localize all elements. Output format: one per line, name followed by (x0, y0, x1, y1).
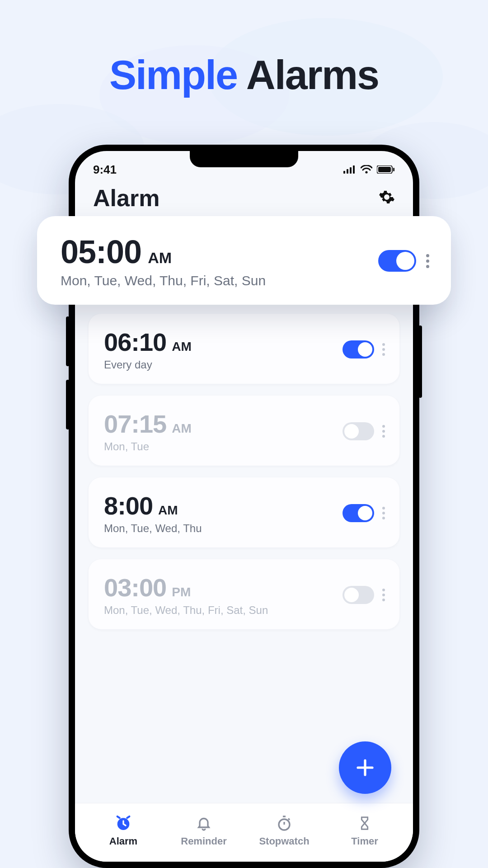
wifi-icon (361, 165, 372, 174)
alarm-days: Every day (104, 359, 343, 371)
svg-rect-6 (378, 167, 391, 172)
nav-item-stopwatch[interactable]: Stopwatch (248, 814, 320, 847)
alarm-toggle[interactable] (343, 422, 374, 440)
page-title: Alarm (93, 184, 160, 212)
notch (190, 151, 298, 167)
headline-accent: Simple (109, 52, 237, 98)
alarm-time: 07:15 (104, 409, 166, 439)
svg-rect-3 (353, 165, 355, 174)
add-alarm-button[interactable] (339, 741, 391, 794)
status-icons (343, 165, 395, 174)
plus-icon (354, 757, 376, 778)
svg-rect-7 (393, 168, 394, 171)
alarm-toggle[interactable] (343, 586, 374, 604)
alarm-ampm: AM (158, 503, 178, 518)
alarm-card-highlight[interactable]: 05:00 AM Mon, Tue, Wed, Thu, Fri, Sat, S… (37, 216, 451, 305)
svg-point-4 (365, 171, 367, 173)
svg-rect-2 (350, 167, 352, 174)
alarm-card[interactable]: 07:15 AM Mon, Tue (89, 396, 399, 466)
stopwatch-icon (276, 815, 292, 831)
alarm-time: 8:00 (104, 491, 153, 520)
alarm-days: Mon, Tue, Wed, Thu, Fri, Sat, Sun (61, 273, 378, 288)
svg-rect-1 (347, 169, 348, 174)
svg-rect-0 (343, 171, 345, 174)
nav-label: Alarm (109, 835, 137, 847)
headline-rest: Alarms (246, 52, 379, 98)
more-button[interactable] (380, 587, 387, 603)
status-time: 9:41 (93, 163, 117, 177)
nav-item-reminder[interactable]: Reminder (168, 814, 240, 847)
alarm-ampm: AM (148, 249, 172, 267)
alarm-ampm: AM (172, 421, 192, 436)
alarm-toggle[interactable] (378, 250, 416, 272)
nav-item-timer[interactable]: Timer (328, 814, 401, 847)
alarm-days: Mon, Tue, Wed, Thu (104, 522, 343, 535)
alarm-time: 05:00 (61, 233, 141, 270)
alarm-ampm: AM (172, 340, 192, 354)
battery-icon (377, 165, 395, 174)
nav-label: Timer (351, 835, 378, 847)
nav-label: Stopwatch (259, 835, 309, 847)
alarm-ampm: PM (172, 585, 191, 599)
alarm-days: Mon, Tue, Wed, Thu, Fri, Sat, Sun (104, 604, 343, 617)
nav-item-alarm[interactable]: Alarm (87, 814, 160, 847)
bell-icon (196, 815, 212, 831)
settings-button[interactable] (379, 189, 395, 207)
cellular-icon (343, 165, 356, 174)
alarm-toggle[interactable] (343, 504, 374, 522)
hourglass-icon (357, 815, 372, 831)
nav-label: Reminder (181, 835, 226, 847)
alarm-card[interactable]: 8:00 AM Mon, Tue, Wed, Thu (89, 477, 399, 547)
more-button[interactable] (380, 423, 387, 439)
alarm-time: 03:00 (104, 573, 166, 602)
gear-icon (379, 189, 395, 205)
alarm-days: Mon, Tue (104, 440, 343, 453)
headline: Simple Alarms (0, 52, 488, 99)
alarm-time: 06:10 (104, 327, 166, 357)
alarm-clock-icon (114, 814, 132, 832)
more-button[interactable] (380, 505, 387, 521)
more-button[interactable] (380, 341, 387, 358)
more-button[interactable] (424, 252, 431, 270)
bottom-nav: Alarm Reminder Stopwatch (75, 803, 413, 862)
alarm-toggle[interactable] (343, 340, 374, 359)
alarm-card[interactable]: 03:00 PM Mon, Tue, Wed, Thu, Fri, Sat, S… (89, 559, 399, 629)
alarm-card[interactable]: 06:10 AM Every day (89, 314, 399, 384)
